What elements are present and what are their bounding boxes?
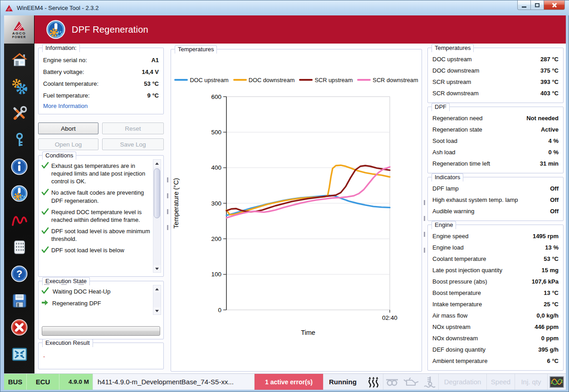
help-icon[interactable]: ? — [11, 265, 28, 282]
metric-row: DOC downstream375 °C — [428, 65, 563, 76]
settings-icon[interactable] — [11, 78, 28, 95]
info-row: Fuel temperature:9 °C — [39, 90, 163, 102]
check-icon — [41, 287, 49, 295]
home-icon[interactable] — [11, 51, 28, 68]
inj-qty-toggle[interactable]: Inj. qty — [515, 374, 548, 390]
execution-progress-bar — [42, 326, 160, 336]
metric-row: Soot load4 % — [428, 135, 563, 147]
metric-value: 0 ppm — [541, 333, 559, 344]
metric-label: Air mass flow — [432, 310, 467, 321]
metric-label: DPF lamp — [432, 183, 459, 194]
close-icon[interactable] — [11, 319, 28, 336]
reset-button[interactable]: Reset — [102, 122, 164, 134]
metric-value: 446 ppm — [535, 321, 559, 333]
conditions-scrollbar[interactable] — [153, 159, 161, 273]
maximize-button[interactable] — [531, 0, 544, 10]
legend-swatch — [357, 79, 371, 81]
metric-label: Ash load — [432, 147, 456, 158]
metric-value: 395 g/h — [538, 344, 559, 355]
y-axis-label: Temperature (°C) — [172, 178, 180, 228]
scroll-up-button[interactable] — [153, 285, 161, 293]
legend-label: DOC downstream — [249, 77, 295, 83]
scroll-down-button[interactable] — [153, 307, 161, 314]
more-information-link[interactable]: More Information — [43, 103, 88, 109]
close-button[interactable] — [544, 0, 565, 10]
left-splitter[interactable] — [166, 177, 169, 230]
y-tick-label: 300 — [211, 200, 221, 207]
service-icon[interactable] — [11, 185, 28, 202]
info-value: 14,4 V — [142, 66, 159, 78]
metric-row: DEF dosing quantity395 g/h — [428, 344, 563, 355]
condition-item: DPF soot load level is above minimum thr… — [41, 225, 151, 245]
metric-value: 13 °C — [544, 287, 559, 299]
scroll-down-button[interactable] — [153, 265, 161, 272]
metric-row: DOC upstream287 °C — [428, 54, 563, 65]
open-log-button[interactable]: Open Log — [38, 138, 98, 150]
scrollbar-thumb[interactable] — [154, 168, 160, 218]
waveform-monitor-icon[interactable] — [548, 374, 566, 390]
save-icon[interactable] — [11, 292, 28, 309]
legend-item: DOC downstream — [233, 77, 295, 83]
save-log-button[interactable]: Save Log — [102, 138, 164, 150]
wave-icon[interactable] — [11, 212, 28, 229]
metric-label: Audible warning — [432, 206, 475, 217]
dpf-panel: DPFRegeneration needNot neededRegenerati… — [427, 107, 564, 173]
window-title: WinEEM4 - Service Tool - 2.3.2 — [17, 5, 98, 11]
execution-result-panel: Execution Result - — [38, 343, 164, 369]
metric-row: Late post injection quantity15 mg — [428, 265, 563, 276]
info-icon[interactable] — [11, 158, 28, 175]
metric-label: Engine load — [432, 242, 464, 253]
active-errors-badge[interactable]: 1 active error(s) — [255, 374, 324, 390]
engine-panel: EngineEngine speed1495 rpmEngine load13 … — [427, 225, 564, 371]
metric-label: Late post injection quantity — [432, 265, 502, 276]
temperatures-chart-panel: Temperatures DOC upstreamDOC downstreamS… — [171, 49, 422, 372]
check-icon — [41, 189, 49, 204]
info-value: A1 — [151, 54, 159, 66]
oil-pressure-icon — [401, 374, 422, 390]
metric-label: NOx upstream — [432, 321, 471, 333]
speed-toggle[interactable]: Speed — [487, 374, 515, 390]
key-icon[interactable] — [11, 132, 28, 148]
y-tick-label: 600 — [211, 93, 221, 100]
title-bar: WinEEM4 - Service Tool - 2.3.2 — [0, 0, 569, 15]
status-bar: BUS ECU 4.9.0 M h411-4.9.0-m_Development… — [4, 373, 566, 390]
condition-item: DPF soot load level is below — [41, 245, 151, 257]
bus-status: BUS — [4, 374, 27, 390]
section-title: Indicators — [432, 173, 463, 181]
legend-swatch — [174, 79, 188, 81]
info-row: Engine serial no:A1 — [39, 54, 163, 66]
metric-value: 15 mg — [541, 265, 559, 276]
engine-state-label: Running — [324, 374, 363, 390]
scroll-up-button[interactable] — [153, 160, 161, 167]
degradation-toggle[interactable]: Degradation — [439, 374, 487, 390]
metric-label: Boost temperature — [432, 287, 481, 299]
execution-state-item: Waiting DOC Heat-Up — [41, 285, 151, 297]
app-window: WinEEM4 - Service Tool - 2.3.2 AGCO POWE… — [0, 0, 569, 392]
metric-value: 4 % — [549, 135, 559, 147]
y-tick-label: 0 — [218, 307, 221, 314]
info-value: 53 °C — [144, 78, 159, 90]
condition-text: Required DOC temperature level is reache… — [51, 208, 151, 224]
tools-icon[interactable] — [11, 105, 28, 122]
minimize-button[interactable] — [517, 0, 531, 10]
info-row: Coolant temperature:53 °C — [39, 78, 163, 90]
execution-scrollbar[interactable] — [153, 285, 161, 315]
metric-row: SCR downstream403 °C — [428, 88, 563, 99]
software-file-label: h411-4.9.0-m_DevelopmentBase_74-S5-xx... — [93, 374, 255, 390]
grid-icon[interactable] — [11, 239, 28, 255]
info-label: Coolant temperature: — [43, 78, 98, 90]
resize-icon[interactable] — [11, 346, 28, 363]
execution-state-text: Waiting DOC Heat-Up — [53, 288, 110, 295]
metric-label: Coolant temperature — [432, 253, 486, 265]
temperatures-chart: 010020030040050060002:40TimeTemperature … — [171, 90, 422, 344]
indicators-panel: IndicatorsDPF lampOffHigh exhaust system… — [427, 177, 564, 221]
metric-value: 31 min — [540, 158, 559, 169]
metric-label: Regeneration time left — [432, 158, 490, 169]
right-splitter[interactable] — [422, 200, 426, 253]
metric-label: Ambient temperature — [432, 355, 487, 367]
metric-value: 1495 rpm — [533, 230, 559, 242]
main-content: Information: Engine serial no:A1Battery … — [34, 44, 566, 373]
abort-button[interactable]: Abort — [38, 122, 98, 134]
metric-row: NOx upstream446 ppm — [428, 321, 563, 333]
condition-item: Required DOC temperature level is reache… — [41, 206, 151, 225]
